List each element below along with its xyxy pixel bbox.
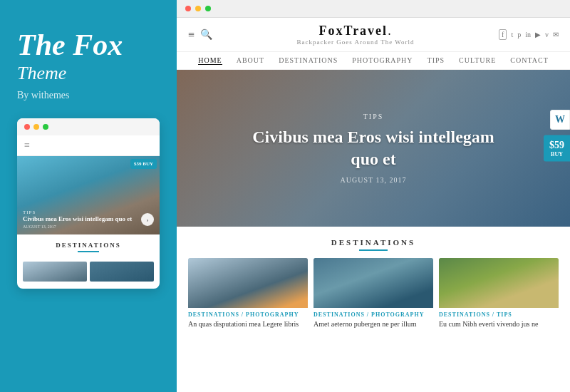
dest-card-1[interactable]: DESTINATIONS / PHOTOGRAPHY An quas dispu… [188, 258, 308, 333]
preview-hero-content: TIPS Civibus mea Eros wisi intellegam qu… [23, 210, 132, 229]
preview-card-header [17, 118, 160, 135]
main-area: ≡ 🔍 FoxTravel. Backpacker Goes Around Th… [177, 0, 570, 392]
menu-item-photography[interactable]: PHOTOGRAPHY [352, 56, 413, 65]
demo-hero-tag: TIPS [252, 113, 494, 120]
dest-card-title-3: Eu cum Nibh everti vivendo jus ne [439, 319, 559, 329]
demo-nav-center: FoxTravel. Backpacker Goes Around The Wo… [297, 24, 415, 46]
menu-item-home[interactable]: HOME [198, 56, 222, 65]
destinations-section: DESTINATIONS DESTINATIONS / PHOTOGRAPHY … [177, 227, 570, 339]
destinations-header: DESTINATIONS [188, 238, 559, 251]
destinations-label: DESTINATIONS [188, 238, 559, 247]
menu-item-about[interactable]: ABOUT [237, 56, 264, 65]
demo-hero: TIPS Civibus mea Eros wisi intellegamquo… [177, 70, 570, 227]
browser-chrome [177, 0, 570, 18]
dest-card-2[interactable]: DESTINATIONS / PHOTOGRAPHY Amet aeterno … [314, 258, 433, 333]
sidebar: The Fox Theme By withemes ≡ FoxTravel. T… [0, 0, 177, 392]
pinterest-icon[interactable]: p [517, 31, 521, 38]
demo-hero-overlay: TIPS Civibus mea Eros wisi intellegamquo… [252, 113, 494, 184]
demo-hero-date: AUGUST 13, 2017 [252, 176, 494, 184]
buy-label: BUY [549, 151, 564, 158]
dest-card-info-3: DESTINATIONS / TIPS Eu cum Nibh everti v… [439, 308, 559, 333]
dest-card-info-1: DESTINATIONS / PHOTOGRAPHY An quas dispu… [188, 308, 308, 333]
browser-dot-yellow [195, 6, 201, 11]
hamburger-icon[interactable]: ≡ [24, 140, 30, 151]
email-icon[interactable]: ✉ [553, 31, 559, 38]
wordpress-icon[interactable]: W [550, 110, 570, 130]
demo-menu: HOME ABOUT DESTINATIONS PHOTOGRAPHY TIPS… [177, 52, 570, 70]
destinations-divider [359, 249, 388, 251]
demo-nav: ≡ 🔍 FoxTravel. Backpacker Goes Around Th… [177, 18, 570, 52]
preview-date: AUGUST 13, 2017 [23, 225, 132, 229]
vimeo-icon[interactable]: v [545, 31, 549, 38]
demo-brand: FoxTravel. [297, 24, 415, 38]
dest-card-title-1: An quas disputationi mea Legere libris [188, 319, 308, 329]
preview-destinations-label: DESTINATIONS [24, 242, 152, 249]
demo-nav-right: f t p in ▶ v ✉ [499, 29, 559, 40]
dest-card-img-3 [439, 258, 559, 308]
buy-price: $59 [549, 140, 564, 151]
theme-author: By withemes [17, 90, 160, 101]
dest-card-tag-2: DESTINATIONS / PHOTOGRAPHY [314, 311, 433, 318]
dest-card-title-2: Amet aeterno pubergen ne per illum [314, 319, 433, 329]
browser-dot-red [185, 6, 191, 11]
instagram-icon[interactable]: in [525, 31, 531, 38]
wp-logo: W [555, 114, 565, 125]
dest-card-info-2: DESTINATIONS / PHOTOGRAPHY Amet aeterno … [314, 308, 433, 333]
demo-site: ≡ 🔍 FoxTravel. Backpacker Goes Around Th… [177, 18, 570, 392]
dest-card-img-1 [188, 258, 308, 308]
menu-item-culture[interactable]: CULTURE [459, 56, 496, 65]
dest-card-3[interactable]: DESTINATIONS / TIPS Eu cum Nibh everti v… [439, 258, 559, 333]
preview-nav-icons: ≡ [24, 140, 30, 151]
youtube-icon[interactable]: ▶ [535, 31, 541, 38]
facebook-icon[interactable]: f [499, 29, 507, 40]
dest-card-img-2 [314, 258, 433, 308]
dot-green [43, 124, 48, 130]
twitter-icon[interactable]: t [511, 31, 513, 38]
theme-subtitle: Theme [17, 63, 160, 84]
preview-tag: TIPS [23, 210, 132, 215]
menu-item-destinations[interactable]: DESTINATIONS [279, 56, 338, 65]
preview-nav: ≡ FoxTravel. [17, 135, 160, 156]
preview-hero: TIPS Civibus mea Eros wisi intellegam qu… [17, 156, 160, 234]
browser-dot-green [205, 6, 211, 11]
preview-hero-title: Civibus mea Eros wisi intellegam quo et [23, 215, 132, 224]
preview-arrow-btn[interactable]: › [141, 213, 154, 226]
dot-yellow [33, 124, 39, 130]
cards-row: DESTINATIONS / PHOTOGRAPHY An quas dispu… [188, 258, 559, 333]
menu-item-tips[interactable]: TIPS [428, 56, 445, 65]
demo-hero-title: Civibus mea Eros wisi intellegamquo et [252, 126, 494, 170]
demo-tagline: Backpacker Goes Around The World [297, 38, 415, 46]
dot-red [24, 124, 30, 130]
demo-search-icon[interactable]: 🔍 [200, 29, 212, 41]
menu-item-contact[interactable]: CONTACT [510, 56, 548, 65]
dest-card-tag-3: DESTINATIONS / TIPS [439, 311, 559, 318]
theme-title: The Fox [17, 29, 160, 61]
dest-card-tag-1: DESTINATIONS / PHOTOGRAPHY [188, 311, 308, 318]
buy-button-float[interactable]: $59 BUY [544, 135, 570, 162]
preview-brand: FoxTravel. [30, 140, 138, 151]
demo-nav-left: ≡ 🔍 [188, 29, 212, 41]
preview-card: ≡ FoxTravel. TIPS Civibus mea Eros wisi … [17, 118, 160, 289]
demo-hamburger-icon[interactable]: ≡ [188, 29, 195, 41]
preview-buy-btn[interactable]: $59 BUY [130, 159, 157, 169]
